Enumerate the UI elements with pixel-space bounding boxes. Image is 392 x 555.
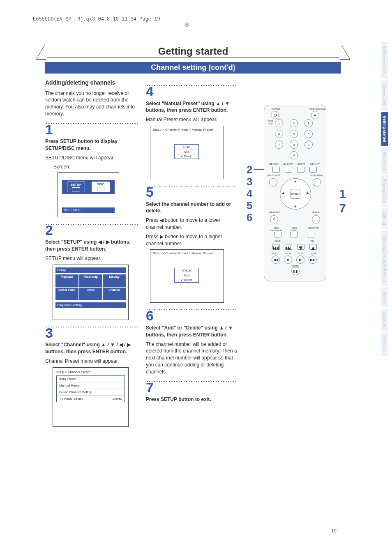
cell-clock: Clock <box>79 288 102 300</box>
key-2: 2 <box>290 119 298 127</box>
btn-repeat <box>272 167 280 173</box>
power-button-icon: ⏻ <box>271 111 279 119</box>
lbl-stop: STOP <box>283 252 292 255</box>
tab-getting-started[interactable]: Getting started <box>381 112 388 146</box>
mini4-header: Setup > Channel Preset <box>53 368 128 375</box>
row-guide-channel: Guide Channel Setting <box>57 389 125 396</box>
step4-body: Manual Preset menu will appear. <box>146 116 238 123</box>
setup-tile: SETUP <box>67 182 85 192</box>
lbl-setup: SETUP <box>309 211 322 214</box>
step-number-1: 1 <box>45 123 138 136</box>
tab-playing-discs[interactable]: Playing discs <box>381 175 388 207</box>
lbl-recspeed: REC SPEED <box>288 227 300 232</box>
btn-skip-prev: ⏮ <box>272 244 280 250</box>
heading-add-delete: Adding/deleting channels <box>45 79 138 87</box>
title-ribbon: Getting started <box>45 43 341 60</box>
key-7: 7 <box>275 140 283 149</box>
step3-body: Channel Preset menu will appear. <box>45 358 138 365</box>
page-title: Getting started <box>45 45 341 58</box>
callout-numbers-left: 2 3 4 5 6 <box>247 164 252 223</box>
cell-recording: Recording <box>79 274 102 287</box>
tab-recording[interactable]: Recording <box>381 147 388 174</box>
page-number: 19 <box>331 528 337 534</box>
delete-label: ✔ Delete <box>175 154 198 159</box>
row-transport: ◀◀ ■ ▶ ▶▶ <box>272 256 317 264</box>
step7-title: Press SETUP button to exit. <box>146 396 238 403</box>
key-0: 0 <box>290 151 298 159</box>
btn-stop: ■ <box>284 256 292 264</box>
screenshot-setup-menu: Setup Playback Recording Display Select … <box>53 265 129 320</box>
pdf-header-meta: E6550UD(EN_SP_FR).qx3 04.8.10 11:34 Page… <box>33 16 160 22</box>
row-skip: ⏮⏭ ▼▲ <box>272 244 317 250</box>
lbl-display: DISPLAY <box>309 163 321 165</box>
dpad-right-icon: ▶ <box>307 191 309 195</box>
step4-title: Select "Manual Preset" using ▲ / ▼ butto… <box>146 100 238 114</box>
dpad-left-icon: ◀ <box>281 191 284 195</box>
lbl-topmenu: TOP MENU <box>309 174 323 177</box>
lbl-power: POWER <box>269 108 281 110</box>
key-4: 4 <box>275 130 283 138</box>
ch-label: CH18 <box>175 268 198 273</box>
btn-menulist <box>269 178 277 187</box>
side-tabs: Before you start Connections Getting sta… <box>381 42 392 357</box>
tab-connections[interactable]: Connections <box>381 80 388 111</box>
dpad-up-icon: ▲ <box>293 179 297 183</box>
tab-francais[interactable]: Français <box>381 332 388 356</box>
btn-topmenu <box>313 178 321 187</box>
btn-display <box>309 167 317 173</box>
cell-channel: Channel <box>103 288 126 300</box>
step5-body2: Press ▶ button to move to a higher chann… <box>146 233 238 247</box>
lbl-zoom: ZOOM <box>296 163 306 165</box>
left-column: Adding/deleting channels The channels yo… <box>45 79 138 431</box>
btn-fwd: ▶▶ <box>309 256 317 264</box>
step-number-7: 7 <box>146 381 238 394</box>
btn-recotr <box>307 232 314 237</box>
dpad-down-icon: ▼ <box>293 205 297 209</box>
step-number-2: 2 <box>45 224 138 237</box>
step1-body: SETUP/DISC menu will appear. <box>45 154 138 161</box>
key-8: 8 <box>290 140 298 149</box>
screenshot-channel-preset: Setup > Channel Preset Auto Preset Manua… <box>53 367 129 427</box>
lbl-fwd: FWD <box>309 252 318 255</box>
lbl-cmskip: CM SKIP <box>282 163 293 165</box>
step3-title: Select "Channel" using ▲ / ▼ / ◀ / ▶ but… <box>45 341 138 355</box>
tab-others[interactable]: Others <box>381 287 388 307</box>
btn-zoom <box>297 167 304 173</box>
remote-control-diagram: POWER OPEN/CLOSE ⏻ ⏏ VCR Plus+ 123 456 7… <box>264 105 326 281</box>
tab-before-you-start[interactable]: Before you start <box>381 42 388 78</box>
mini3b-header: Setup > Channel Preset > Manual Preset <box>150 250 224 256</box>
lbl-recmon: REC MONITOR <box>270 227 282 232</box>
remote-figure-column: 2 3 4 5 6 1 7 POWER OPEN/CLOSE ⏻ ⏏ VCR P… <box>247 79 333 431</box>
cell-selectvideo: Select Video <box>55 288 78 300</box>
row-auto-preset: Auto Preset <box>57 376 125 382</box>
numpad: 123 456 789 0 <box>275 119 315 159</box>
step5-title: Select the channel number to add or dele… <box>146 201 238 215</box>
btn-skip-next: ⏭ <box>285 244 292 250</box>
btn-setup <box>312 215 320 223</box>
btn-rev: ◀◀ <box>272 256 280 264</box>
step6-title: Select "Add" or "Delete" using ▲ / ▼ but… <box>146 325 238 339</box>
callout-numbers-right: 1 7 <box>339 187 346 215</box>
tab-editing[interactable]: Editing <box>381 208 388 229</box>
lbl-recotr: REC/OTR <box>306 227 320 229</box>
ch-label: CH2 <box>175 145 198 150</box>
open-close-button-icon: ⏏ <box>311 111 319 119</box>
row-tv-audio: TV Audio SelectStereo <box>57 396 125 402</box>
lbl-rev: REV <box>270 252 278 255</box>
tab-espanol[interactable]: Español <box>381 309 388 331</box>
add-label: Add <box>175 150 198 154</box>
intro-text: The channels you no longer receive or se… <box>45 90 138 117</box>
btn-return: ↺ <box>270 215 278 223</box>
enter-button: ENTER <box>291 189 300 199</box>
step-number-6: 6 <box>146 309 238 322</box>
step2-body: SETUP menu will appear. <box>45 255 138 262</box>
tab-changing-setup[interactable]: Changing the SETUP menu <box>381 230 388 286</box>
middle-column: 4 Select "Manual Preset" using ▲ / ▼ but… <box>146 79 238 431</box>
key-3: 3 <box>304 119 313 127</box>
lbl-open-close: OPEN/CLOSE <box>309 108 322 110</box>
btn-recmon <box>274 232 281 237</box>
lbl-menulist: MENU/LIST <box>267 174 281 177</box>
cell-playback: Playback <box>55 274 78 287</box>
screenshot-setup-disc: SETUP DISC Setup Menu <box>58 172 119 217</box>
btn-ch-down: ▼ <box>297 244 304 250</box>
